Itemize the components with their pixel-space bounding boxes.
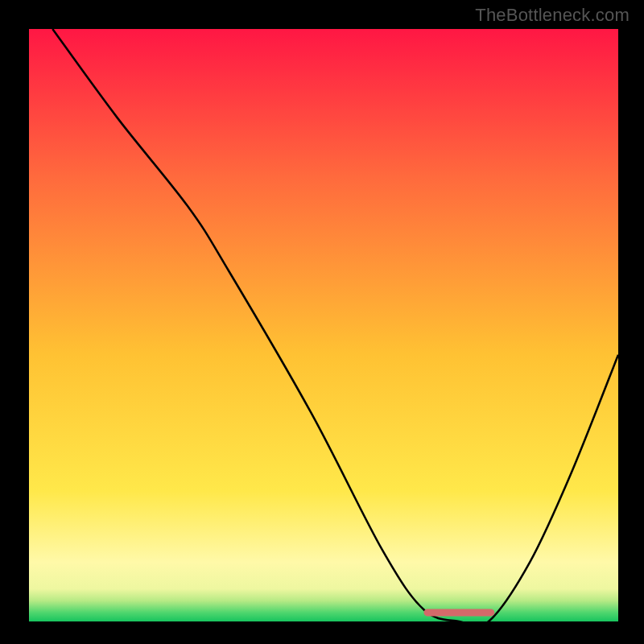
- optimum-marker: [423, 609, 494, 617]
- plot-area: [29, 29, 618, 621]
- chart-svg: [29, 29, 618, 621]
- plot-frame: [18, 23, 628, 633]
